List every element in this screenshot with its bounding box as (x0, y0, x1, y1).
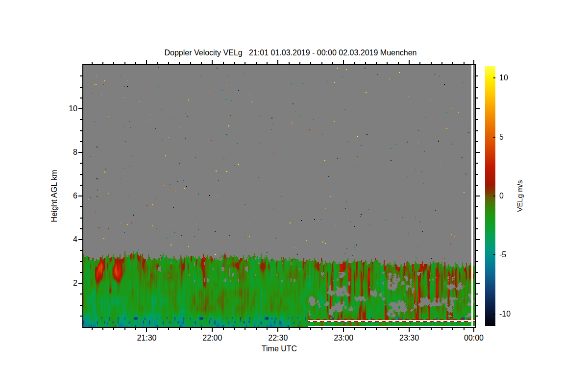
y-axis-right-major-tick (476, 196, 480, 196)
x-tick-label: 23:00 (329, 333, 358, 343)
x-axis-top-major-tick (277, 60, 278, 64)
y-axis-minor-tick (80, 261, 82, 262)
colorbar-tick-label: 0 (499, 191, 519, 201)
y-axis-right-major-tick (476, 283, 480, 284)
x-axis-top-minor-tick (92, 62, 93, 64)
y-axis-right-minor-tick (476, 218, 478, 219)
y-axis-major-tick (78, 239, 82, 240)
colorbar-tick (493, 254, 495, 255)
x-axis-major-tick (212, 328, 213, 332)
y-axis-right-minor-tick (476, 272, 478, 273)
y-axis-right-minor-tick (476, 305, 478, 306)
x-axis-top-major-tick (409, 60, 410, 64)
y-axis-right-minor-tick (476, 87, 478, 88)
y-axis-right-minor-tick (476, 250, 478, 251)
y-axis-right-minor-tick (476, 206, 478, 207)
x-axis-top-minor-tick (245, 62, 245, 64)
x-axis-top-minor-tick (289, 62, 290, 64)
y-axis-minor-tick (80, 294, 82, 294)
x-axis-minor-tick (321, 328, 322, 330)
colorbar-tick (493, 196, 495, 196)
y-axis-right-minor-tick (476, 261, 478, 262)
x-axis-top-minor-tick (113, 62, 114, 64)
x-axis-top-minor-tick (441, 62, 442, 64)
doppler-velocity-chart: Doppler Velocity VELg 21:01 01.03.2019 -… (0, 0, 588, 392)
y-tick-label: 10 (48, 104, 77, 114)
y-axis-right-major-tick (476, 108, 480, 109)
y-tick-label: 6 (48, 191, 77, 201)
y-axis-minor-tick (80, 185, 82, 186)
colorbar-tick (493, 314, 495, 315)
x-axis-minor-tick (245, 328, 245, 330)
y-axis-minor-tick (80, 316, 82, 317)
x-axis-top-major-tick (146, 60, 147, 64)
x-axis-top-minor-tick (398, 62, 399, 64)
x-axis-minor-tick (431, 328, 432, 330)
x-axis-top-minor-tick (354, 62, 355, 64)
x-tick-label: 22:30 (263, 333, 293, 343)
x-axis-top-minor-tick (332, 62, 333, 64)
y-axis-major-tick (78, 152, 82, 153)
y-axis-right-minor-tick (476, 294, 478, 294)
x-axis-minor-tick (113, 328, 114, 330)
x-tick-label: 21:30 (132, 333, 161, 343)
y-axis-right-minor-tick (476, 316, 478, 317)
x-tick-label: 23:30 (394, 333, 424, 343)
x-axis-top-minor-tick (201, 62, 202, 64)
y-axis-minor-tick (80, 218, 82, 219)
x-axis-minor-tick (452, 328, 453, 330)
y-axis-major-tick (78, 196, 82, 196)
y-axis-minor-tick (80, 250, 82, 251)
x-axis-minor-tick (354, 328, 355, 330)
colorbar-tick (493, 137, 495, 138)
x-axis-top-minor-tick (157, 62, 158, 64)
x-axis-top-minor-tick (387, 62, 388, 64)
y-axis-minor-tick (80, 141, 82, 142)
x-axis-top-minor-tick (464, 62, 465, 64)
colorbar-tick-label: -5 (499, 250, 519, 260)
x-axis-minor-tick (92, 328, 93, 330)
x-axis-minor-tick (419, 328, 420, 330)
x-axis-minor-tick (299, 328, 300, 330)
x-axis-major-tick (409, 328, 410, 332)
x-axis-major-tick (343, 328, 344, 332)
x-axis-minor-tick (310, 328, 311, 330)
x-axis-title: Time UTC (230, 344, 328, 353)
x-axis-minor-tick (234, 328, 235, 330)
y-axis-right-minor-tick (476, 75, 478, 76)
x-axis-top-minor-tick (135, 62, 136, 64)
x-axis-minor-tick (102, 328, 103, 330)
x-axis-minor-tick (376, 328, 377, 330)
y-tick-label: 4 (48, 235, 77, 245)
x-axis-major-tick (277, 328, 278, 332)
y-axis-minor-tick (80, 174, 82, 175)
x-axis-top-minor-tick (256, 62, 257, 64)
x-axis-top-minor-tick (376, 62, 377, 64)
x-axis-minor-tick (223, 328, 224, 330)
colorbar-tick-label: 5 (499, 132, 519, 142)
y-axis-major-tick (78, 283, 82, 284)
y-axis-minor-tick (80, 87, 82, 88)
x-axis-minor-tick (441, 328, 442, 330)
x-axis-minor-tick (256, 328, 257, 330)
x-axis-top-minor-tick (419, 62, 420, 64)
x-axis-top-minor-tick (310, 62, 311, 64)
x-axis-minor-tick (289, 328, 290, 330)
colorbar-tick-label: -10 (499, 309, 519, 319)
y-axis-minor-tick (80, 75, 82, 76)
x-axis-top-major-tick (473, 60, 474, 64)
colorbar-tick-label: 10 (499, 73, 519, 83)
x-axis-major-tick (473, 328, 474, 332)
y-axis-right-minor-tick (476, 228, 478, 229)
x-axis-minor-tick (201, 328, 202, 330)
y-axis-right-minor-tick (476, 119, 478, 120)
x-axis-top-minor-tick (179, 62, 180, 64)
x-axis-minor-tick (365, 328, 366, 330)
y-tick-label: 8 (48, 147, 77, 157)
y-axis-right-minor-tick (476, 130, 478, 131)
y-axis-minor-tick (80, 206, 82, 207)
y-axis-minor-tick (80, 130, 82, 131)
x-axis-top-minor-tick (190, 62, 191, 64)
x-axis-major-tick (146, 328, 147, 332)
y-axis-right-minor-tick (476, 185, 478, 186)
